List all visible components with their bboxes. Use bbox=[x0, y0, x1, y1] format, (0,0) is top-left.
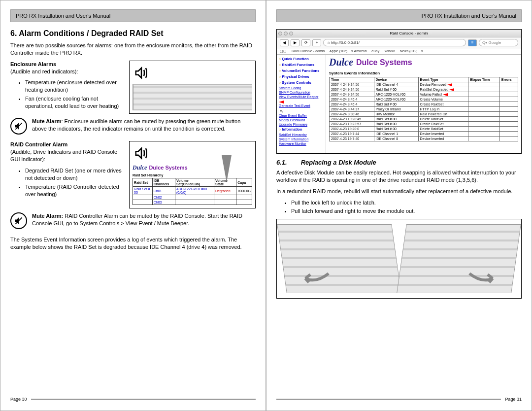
replace-bullets: Pull the lock left to unlock the latch. … bbox=[291, 199, 522, 215]
page-number: Page 30 bbox=[10, 397, 27, 402]
search-field[interactable]: Q▾ Google bbox=[479, 39, 518, 46]
forward-button[interactable]: ▶ bbox=[291, 39, 299, 46]
sidebar-group[interactable]: Information bbox=[279, 127, 324, 132]
add-bookmark-button[interactable]: + bbox=[312, 39, 321, 46]
bookmark-item[interactable]: Yahoo! bbox=[384, 49, 395, 53]
page-number: Page 31 bbox=[505, 397, 522, 402]
sidebar-item-generate-test[interactable]: Generate Test Event bbox=[279, 104, 324, 107]
intro-text: There are two possible sources for alarm… bbox=[10, 42, 256, 57]
chassis-illustration bbox=[133, 84, 252, 110]
sidebar-group[interactable]: Quick Function bbox=[279, 57, 324, 61]
sidebar-group[interactable]: Physical Drives bbox=[279, 74, 324, 79]
events-table: Time Device Event Type Elapse Time Error… bbox=[329, 77, 518, 141]
window-title: Raid Console - admin bbox=[298, 31, 520, 35]
table-row: 2007-4-23 19:20:45Raid Set # 00Delete Ra… bbox=[330, 117, 518, 122]
section-number: 6. bbox=[10, 29, 17, 37]
console-main: Dulce Dulce Systems System Events Inform… bbox=[326, 55, 521, 153]
red-arrow-icon bbox=[447, 83, 452, 86]
replace-bullet: Pull the lock left to unlock the latch. bbox=[291, 199, 522, 206]
console-sidebar: Quick Function RaidSet Functions VolumeS… bbox=[277, 55, 326, 153]
sidebar-item-upgrade-firmware[interactable]: Upgrade Firmware bbox=[279, 123, 324, 126]
browser-toolbar: ◀ ▶ ⟳ + ⌂ http://0.0.0.0:81/ ≡ Q▾ Google bbox=[277, 37, 521, 48]
window-close-icon[interactable] bbox=[278, 32, 282, 35]
mute-enclosure-text: Mute Alarm: Enclosure audible alarm can … bbox=[32, 118, 256, 133]
mute-icon bbox=[10, 212, 27, 229]
subsection-title: 6.1. Replacing a Disk Module bbox=[276, 159, 522, 166]
chassis-illustration bbox=[397, 224, 521, 293]
browser-window: Raid Console - admin ◀ ▶ ⟳ + ⌂ http://0.… bbox=[276, 29, 522, 154]
section-heading: Alarm Conditions / Degraded RAID Set bbox=[19, 29, 163, 37]
raid-bullets: Degraded RAID Set (one or more drives no… bbox=[25, 167, 123, 198]
enclosure-bullets: Temperature (enclosure detected over hea… bbox=[25, 79, 123, 109]
sidebar-item-system-info[interactable]: System Information bbox=[279, 137, 324, 141]
rss-icon[interactable]: ≡ bbox=[468, 39, 477, 46]
table-header-row: Time Device Event Type Elapse Time Error… bbox=[330, 77, 518, 82]
mute-raid-text: Mute Alarm: RAID Controller Alarm can be… bbox=[32, 212, 256, 227]
speaker-icon bbox=[133, 64, 150, 82]
sidebar-item-modify-password[interactable]: Modify Password bbox=[279, 118, 324, 122]
raid-sub: (Audible, Drive Indicators and RAID Cons… bbox=[10, 149, 117, 162]
url-field[interactable]: ⌂ http://0.0.0.0:81/ bbox=[323, 39, 466, 46]
sidebar-group[interactable]: VolumeSet Functions bbox=[279, 68, 324, 73]
bookmark-item[interactable]: Amazon bbox=[354, 49, 367, 53]
sidebar-item-view-events[interactable]: View Events/Mute Beeper bbox=[279, 95, 324, 99]
table-row: 2007-4-24 9:34:56IDE Channel 4Device Rem… bbox=[330, 82, 518, 87]
down-arrow-icon bbox=[222, 155, 232, 182]
mute-label: Mute Alarm bbox=[32, 118, 62, 124]
page-footer-right: Page 31 bbox=[276, 397, 522, 402]
mute-icon bbox=[10, 118, 27, 135]
subsection-heading: Replacing a Disk Module bbox=[301, 159, 376, 166]
table-row: 2007-4-23 19:20:0Raid Set # 00Delete Rai… bbox=[330, 127, 518, 132]
red-arrow-icon bbox=[279, 101, 284, 103]
raid-heading: RAID Controller Alarm bbox=[10, 141, 67, 147]
enclosure-heading: Enclosure Alarms bbox=[10, 61, 56, 67]
bookmark-item[interactable]: Apple (102) bbox=[330, 49, 347, 53]
page-left: PRO RX Installation and User's Manual 6.… bbox=[0, 0, 266, 411]
bookmark-item[interactable]: eBay bbox=[371, 49, 379, 53]
table-row: 2007-4-24 8:30:46H/W MonitorRaid Powered… bbox=[330, 112, 518, 117]
enclosure-figure bbox=[129, 61, 256, 114]
table-row: 2007-4-23 19:23:57Raid Set # 00Create Ra… bbox=[330, 122, 518, 127]
page-right: PRO RX Installation and User's Manual Ra… bbox=[266, 0, 532, 411]
cursor-icon: ↖ bbox=[280, 108, 284, 114]
table-row: 2007-4-24 8:45:4Raid Set # 00Create Raid… bbox=[330, 102, 518, 107]
window-zoom-icon[interactable] bbox=[289, 32, 293, 35]
chassis-illustration bbox=[277, 224, 401, 293]
sidebar-item-raidset-hierarchy[interactable]: RaidSet Hierarchy bbox=[279, 133, 324, 137]
sidebar-group[interactable]: System Controls bbox=[279, 80, 324, 85]
enclosure-bullet: Fan (enclosure cooling fan not operation… bbox=[25, 95, 123, 110]
window-minimize-icon[interactable] bbox=[284, 32, 288, 35]
page-header-left: PRO RX Installation and User's Manual bbox=[10, 9, 256, 22]
sidebar-group[interactable]: RaidSet Functions bbox=[279, 63, 324, 67]
red-arrow-icon bbox=[449, 88, 454, 91]
back-button[interactable]: ◀ bbox=[280, 39, 289, 46]
replace-p1: A defective Disk Module can be easily re… bbox=[276, 169, 522, 184]
dulce-logo-text: Dulce Systems bbox=[149, 165, 187, 171]
table-row: 2007-4-23 19:7:40IDE Channel 8Device Ins… bbox=[330, 137, 518, 141]
subsection-number: 6.1. bbox=[276, 159, 299, 166]
mute-label: Mute Alarm: bbox=[32, 213, 63, 219]
speaker-icon bbox=[133, 144, 150, 162]
bookmark-item[interactable]: News (812) bbox=[400, 49, 418, 53]
chassis-figure bbox=[276, 219, 522, 299]
page-header-right: PRO RX Installation and User's Manual bbox=[276, 9, 522, 22]
table-row: 2007-4-24 8:44:37Proxy Or InbandHTTP Log… bbox=[330, 107, 518, 112]
pull-arrow-icon bbox=[467, 269, 497, 288]
replace-bullet: Pull latch forward and right to move the… bbox=[291, 207, 522, 215]
raid-console-figure: Dulce Dulce Systems Raid Set Hierarchy R… bbox=[129, 141, 256, 208]
dulce-logo: Dulce bbox=[133, 164, 147, 171]
reload-button[interactable]: ⟳ bbox=[301, 39, 310, 46]
sidebar-item-clear-buffer[interactable]: Clear Event Buffer bbox=[279, 114, 324, 117]
enclosure-bullet: Temperature (enclosure detected over hea… bbox=[25, 79, 123, 94]
sidebar-item-hardware-monitor[interactable]: Hardware Monitor bbox=[279, 142, 324, 145]
events-caption: System Events Information bbox=[329, 71, 518, 75]
bookmark-item[interactable]: Raid Console - admin bbox=[292, 49, 325, 53]
window-titlebar: Raid Console - admin bbox=[277, 30, 521, 37]
unlock-arrow-icon bbox=[301, 269, 331, 288]
sidebar-item-system-config[interactable]: System Config bbox=[279, 86, 324, 90]
raid-bullet: Temperature (RAID Controller detected ov… bbox=[25, 183, 123, 198]
sidebar-item-snmp[interactable]: SNMP Configuration bbox=[279, 91, 324, 94]
page-footer-left: Page 30 bbox=[10, 397, 256, 402]
table-row: 2007-4-23 19:7:44IDE Channel 1Device Ins… bbox=[330, 132, 518, 137]
table-row: 2007-4-24 9:34:56Raid Set # 00RaidSet De… bbox=[330, 87, 518, 92]
